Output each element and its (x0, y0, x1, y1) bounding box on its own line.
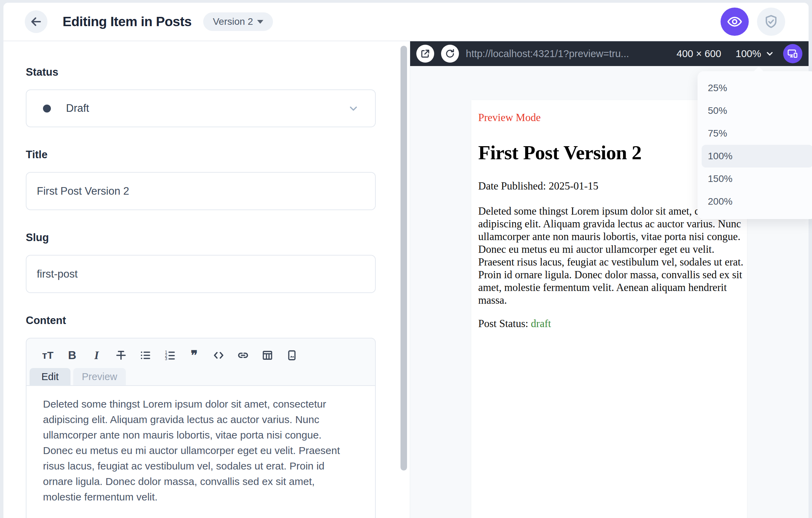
preview-toggle-button[interactable] (721, 8, 749, 36)
refresh-button[interactable] (441, 45, 459, 63)
bullet-list-button[interactable] (136, 347, 154, 363)
title-input[interactable] (26, 172, 376, 210)
status-select[interactable]: Draft (26, 89, 376, 127)
zoom-option-100[interactable]: 100% (702, 145, 812, 168)
header: Editing Item in Posts Version 2 (3, 3, 809, 41)
slug-label: Slug (26, 231, 379, 244)
strikethrough-icon (115, 349, 127, 361)
monitor-smartphone-icon (787, 48, 798, 59)
zoom-option-50[interactable]: 50% (698, 99, 812, 122)
blockquote-icon: ❞ (191, 352, 198, 359)
link-button[interactable] (234, 347, 252, 363)
open-external-button[interactable] (416, 45, 434, 63)
version-label: Version 2 (213, 16, 253, 27)
back-button[interactable] (25, 10, 47, 33)
preview-status-line: Post Status: draft (478, 317, 742, 330)
bold-button[interactable]: B (63, 347, 81, 363)
code-button[interactable] (210, 347, 228, 363)
rich-text-editor: ᴛT B I 123 ❞ (26, 338, 376, 518)
caret-down-icon (257, 20, 263, 24)
ordered-list-icon: 123 (164, 349, 176, 361)
chevron-down-icon (348, 102, 359, 114)
bold-icon: B (68, 349, 76, 362)
refresh-icon (445, 48, 455, 59)
content-label: Content (26, 314, 379, 327)
preview-url: http://localhost:4321/1?preview=tru... (466, 48, 629, 60)
heading-button[interactable]: ᴛT (39, 347, 57, 363)
image-icon (286, 349, 298, 361)
ordered-list-button[interactable]: 123 (161, 347, 179, 363)
status-value: Draft (66, 102, 89, 115)
svg-text:3: 3 (165, 356, 167, 361)
tab-preview[interactable]: Preview (73, 368, 126, 385)
heading-icon: ᴛT (42, 349, 53, 361)
preview-body: Deleted some thingst Lorem ipsum dolor s… (478, 205, 744, 306)
title-label: Title (26, 149, 379, 161)
app-window: Editing Item in Posts Version 2 Status (3, 3, 809, 518)
editor-tabs: Edit Preview (30, 368, 375, 385)
left-panel-scrollbar (398, 41, 410, 518)
table-icon (261, 349, 274, 361)
validation-button[interactable] (757, 8, 785, 36)
preview-toolbar: http://localhost:4321/1?preview=tru... 4… (410, 41, 809, 66)
edit-form-panel: Status Draft Title Slug Content (3, 41, 398, 518)
chevron-down-icon (765, 48, 775, 59)
external-link-icon (420, 48, 430, 59)
zoom-option-200[interactable]: 200% (698, 190, 812, 213)
strikethrough-button[interactable] (112, 347, 130, 363)
zoom-select[interactable]: 100% (736, 48, 775, 60)
eye-icon (727, 14, 743, 30)
status-dot-icon (43, 105, 51, 112)
shield-check-icon (764, 14, 779, 29)
link-icon (237, 349, 250, 362)
blockquote-button[interactable]: ❞ (185, 347, 203, 363)
italic-button[interactable]: I (88, 347, 106, 363)
zoom-option-25[interactable]: 25% (698, 77, 812, 99)
image-button[interactable] (283, 347, 301, 363)
content-textarea[interactable]: Deleted some thingst Lorem ipsum dolor s… (26, 385, 375, 518)
table-button[interactable] (259, 347, 276, 363)
device-mode-button[interactable] (783, 44, 802, 63)
status-label: Status (26, 66, 379, 78)
zoom-dropdown-menu: 25% 50% 75% 100% 150% 200% (698, 71, 812, 219)
version-selector[interactable]: Version 2 (203, 12, 273, 31)
scrollbar-thumb[interactable] (400, 46, 407, 471)
code-icon (212, 349, 225, 362)
slug-input[interactable] (26, 255, 376, 293)
zoom-value: 100% (736, 48, 761, 60)
viewport-size-label: 400 × 600 (677, 48, 721, 60)
bullet-list-icon (139, 349, 152, 361)
preview-status-label: Post Status: (478, 317, 531, 330)
preview-pane: http://localhost:4321/1?preview=tru... 4… (410, 41, 809, 518)
arrow-left-icon (30, 15, 42, 28)
italic-icon: I (95, 349, 99, 362)
zoom-option-150[interactable]: 150% (698, 168, 812, 190)
editor-toolbar: ᴛT B I 123 ❞ (26, 338, 375, 363)
page-title: Editing Item in Posts (63, 14, 191, 29)
zoom-option-75[interactable]: 75% (698, 122, 812, 145)
preview-status-value: draft (531, 317, 551, 330)
tab-edit[interactable]: Edit (30, 368, 70, 385)
